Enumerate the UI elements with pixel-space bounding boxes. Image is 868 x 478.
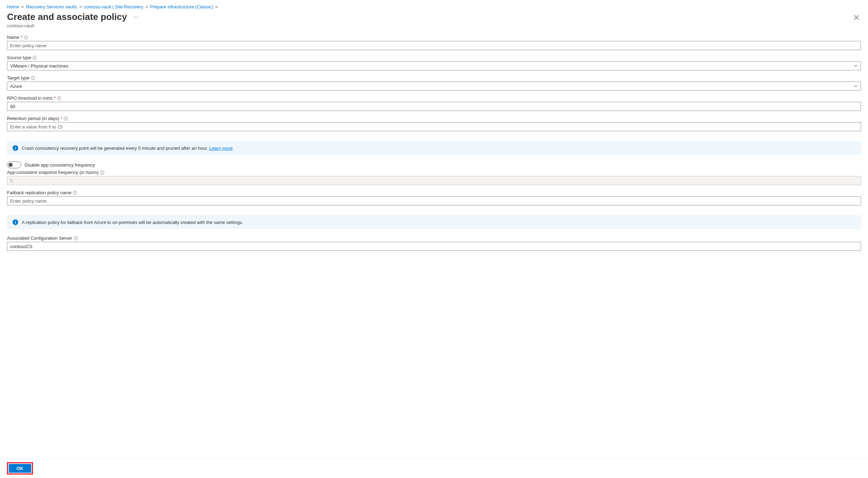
svg-point-31 [76,237,76,238]
target-type-label: Target type [7,75,29,80]
crash-consistency-text: Crash consistency recovery point will be… [22,146,209,151]
required-indicator: * [54,96,56,101]
chevron-right-icon: > [79,4,82,9]
close-icon[interactable] [853,14,860,21]
retention-period-input[interactable] [7,122,861,131]
source-type-value: VMware / Physical machines [10,63,68,69]
page-title: Create and associate policy [7,12,127,22]
breadcrumb-home[interactable]: Home [7,4,19,9]
associated-config-server-input[interactable] [7,242,861,251]
svg-point-4 [26,36,26,37]
info-icon[interactable] [74,236,78,240]
svg-point-13 [59,97,60,98]
source-type-label: Source type [7,55,31,60]
chevron-right-icon: > [21,4,24,9]
required-indicator: * [21,35,22,40]
associated-config-server-label: Associated Configuration Server [7,236,72,241]
info-icon[interactable] [57,96,61,100]
info-icon [13,145,18,151]
info-icon[interactable] [73,191,77,195]
info-icon[interactable] [31,76,35,80]
info-icon[interactable] [100,170,104,175]
svg-point-16 [66,118,66,118]
name-input[interactable] [7,41,861,50]
more-actions-button[interactable]: ··· [131,13,140,21]
svg-rect-27 [15,222,16,224]
name-label: Name [7,35,19,40]
rpo-threshold-label: RPO threshold in mins [7,96,53,101]
disable-app-consistency-toggle[interactable] [7,161,21,168]
breadcrumb: Home > Recovery Services vaults > contos… [7,4,861,9]
info-icon[interactable] [64,117,68,121]
svg-point-25 [75,192,75,192]
svg-point-19 [15,147,16,147]
failback-policy-input[interactable] [7,196,861,205]
failback-info-text: A replication policy for failback from A… [22,220,243,225]
required-indicator: * [61,116,62,121]
svg-rect-18 [15,148,16,149]
chevron-right-icon: > [215,4,218,9]
svg-point-10 [33,77,33,77]
info-icon[interactable] [24,35,28,40]
breadcrumb-prepare-infrastructure[interactable]: Prepare infrastructure (Classic) [150,4,213,9]
disable-app-consistency-label: Disable app consistency frequency [25,162,95,168]
source-type-select[interactable]: VMware / Physical machines [7,61,861,70]
page-subtitle: contoso-vault [7,23,861,28]
info-icon [13,219,18,225]
app-snapshot-freq-input [7,176,861,185]
info-icon[interactable] [33,56,37,60]
retention-period-label: Retention period (in days) [7,116,59,121]
target-type-value: Azure [10,84,22,89]
target-type-select[interactable]: Azure [7,82,861,91]
chevron-down-icon [854,64,858,68]
chevron-right-icon: > [145,4,148,9]
failback-policy-label: Failback replication policy name [7,190,71,195]
crash-consistency-banner: Crash consistency recovery point will be… [7,141,861,155]
app-snapshot-freq-label: App-consistent snapshot frequency (in ho… [7,170,99,175]
rpo-threshold-input[interactable] [7,102,861,111]
learn-more-link[interactable]: Learn more [209,146,232,151]
svg-point-7 [35,57,35,57]
breadcrumb-recovery-services-vaults[interactable]: Recovery Services vaults [26,4,77,9]
chevron-down-icon [854,84,858,88]
svg-point-28 [15,221,16,222]
failback-info-banner: A replication policy for failback from A… [7,215,861,229]
breadcrumb-contoso-vault[interactable]: contoso-vault | Site Recovery [84,4,143,9]
svg-point-22 [102,171,102,172]
